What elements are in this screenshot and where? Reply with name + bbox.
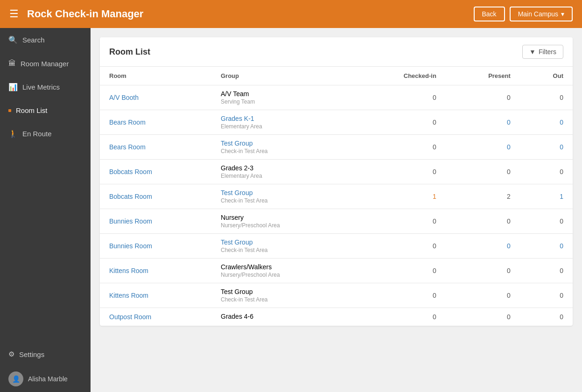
present-value: 0 <box>446 135 520 160</box>
room-name: Bobcats Room <box>109 168 152 175</box>
back-button[interactable]: Back <box>474 7 505 21</box>
filters-button[interactable]: ▼ Filters <box>522 45 563 59</box>
col-checked-in: Checked-in <box>352 67 446 85</box>
sidebar-item-label: En Route <box>22 130 52 138</box>
search-icon: 🔍 <box>8 35 18 44</box>
card-title: Room List <box>109 47 150 57</box>
present-value: 0 <box>446 308 520 326</box>
group-area: Check-in Test Area <box>221 197 343 204</box>
present-value: 0 <box>446 283 520 308</box>
room-name: Bunnies Room <box>109 242 152 250</box>
group-area: Check-in Test Area <box>221 148 343 154</box>
gear-icon: ⚙ <box>8 350 14 358</box>
table-row[interactable]: Bears RoomGrades K-1Elementary Area000 <box>100 110 573 135</box>
out-value: 0 <box>520 160 573 184</box>
sidebar-item-en-route[interactable]: 🚶 En Route <box>0 122 91 146</box>
group-name: Grades K-1 <box>221 115 254 122</box>
settings-label: Settings <box>19 350 44 358</box>
table-row[interactable]: Bunnies RoomTest GroupCheck-in Test Area… <box>100 234 573 259</box>
checked-in-value: 0 <box>352 308 446 326</box>
group-name: Test Group <box>221 189 252 196</box>
group-name: Nursery <box>221 214 244 221</box>
card-header: Room List ▼ Filters <box>100 37 573 67</box>
checked-in-value: 0 <box>352 259 446 283</box>
walking-icon: 🚶 <box>8 129 18 138</box>
checked-in-value: 1 <box>352 184 446 209</box>
room-name: Bunnies Room <box>109 217 152 225</box>
table-row[interactable]: Outpost RoomGrades 4-6000 <box>100 308 573 326</box>
filter-label: Filters <box>539 48 556 56</box>
col-out: Out <box>520 67 573 85</box>
present-value: 0 <box>446 110 520 135</box>
room-name: Bobcats Room <box>109 193 152 200</box>
group-name: Grades 4-6 <box>221 313 253 320</box>
out-value: 0 <box>520 85 573 110</box>
present-value: 0 <box>446 234 520 259</box>
campus-selector[interactable]: Main Campus ▾ <box>510 7 573 21</box>
present-value: 0 <box>446 259 520 283</box>
out-value: 1 <box>520 184 573 209</box>
sidebar-item-label: Search <box>22 36 45 44</box>
room-name: Kittens Room <box>109 292 148 299</box>
present-value: 0 <box>446 209 520 234</box>
group-area: Elementary Area <box>221 173 343 179</box>
col-room: Room <box>100 67 211 85</box>
sidebar-bottom: ⚙ Settings 👤 Alisha Marble <box>0 343 91 392</box>
checked-in-value: 0 <box>352 283 446 308</box>
group-name: Crawlers/Walkers <box>221 263 272 271</box>
sidebar-item-search[interactable]: 🔍 Search <box>0 28 91 52</box>
checked-in-value: 0 <box>352 234 446 259</box>
sidebar-user[interactable]: 👤 Alisha Marble <box>0 366 91 392</box>
table-row[interactable]: Bobcats RoomGrades 2-3Elementary Area000 <box>100 160 573 184</box>
present-value: 2 <box>446 184 520 209</box>
out-value: 0 <box>520 234 573 259</box>
main-layout: 🔍 Search 🏛 Room Manager 📊 Live Metrics R… <box>0 28 582 392</box>
avatar: 👤 <box>8 371 23 386</box>
table-row[interactable]: Bears RoomTest GroupCheck-in Test Area00… <box>100 135 573 160</box>
group-area: Nursery/Preschool Area <box>221 222 343 229</box>
group-area: Nursery/Preschool Area <box>221 272 343 278</box>
present-value: 0 <box>446 85 520 110</box>
table-row[interactable]: Kittens RoomCrawlers/WalkersNursery/Pres… <box>100 259 573 283</box>
room-name: Outpost Room <box>109 313 151 321</box>
room-name: Bears Room <box>109 143 146 151</box>
chart-icon: 📊 <box>8 83 18 91</box>
group-area: Check-in Test Area <box>221 247 343 253</box>
checked-in-value: 0 <box>352 85 446 110</box>
sidebar-item-room-manager[interactable]: 🏛 Room Manager <box>0 52 91 75</box>
out-value: 0 <box>520 308 573 326</box>
table-row[interactable]: Kittens RoomTest GroupCheck-in Test Area… <box>100 283 573 308</box>
sidebar-item-label: Room Manager <box>21 60 69 68</box>
table-row[interactable]: Bunnies RoomNurseryNursery/Preschool Are… <box>100 209 573 234</box>
group-name: Test Group <box>221 288 252 295</box>
group-area: Elementary Area <box>221 123 343 130</box>
room-name: Kittens Room <box>109 267 148 274</box>
col-group: Group <box>211 67 352 85</box>
out-value: 0 <box>520 110 573 135</box>
table-row[interactable]: A/V BoothA/V TeamServing Team000 <box>100 85 573 110</box>
campus-label: Main Campus <box>518 10 558 18</box>
menu-icon[interactable]: ☰ <box>9 8 19 20</box>
present-value: 0 <box>446 160 520 184</box>
building-icon: 🏛 <box>8 59 16 68</box>
room-list-card: Room List ▼ Filters Room Group Checked-i… <box>100 37 573 326</box>
group-name: A/V Team <box>221 90 249 98</box>
user-name: Alisha Marble <box>28 375 68 383</box>
table-header-row: Room Group Checked-in Present Out <box>100 67 573 85</box>
sidebar-item-room-list[interactable]: Room List <box>0 99 91 122</box>
sidebar-item-label: Live Metrics <box>22 83 60 91</box>
checked-in-value: 0 <box>352 135 446 160</box>
main-content: Room List ▼ Filters Room Group Checked-i… <box>91 28 582 392</box>
room-list-table: Room Group Checked-in Present Out A/V Bo… <box>100 67 573 326</box>
checked-in-value: 0 <box>352 209 446 234</box>
table-row[interactable]: Bobcats RoomTest GroupCheck-in Test Area… <box>100 184 573 209</box>
sidebar-item-live-metrics[interactable]: 📊 Live Metrics <box>0 75 91 99</box>
group-name: Test Group <box>221 140 252 147</box>
out-value: 0 <box>520 135 573 160</box>
dropdown-arrow-icon: ▾ <box>561 10 564 18</box>
sidebar-item-settings[interactable]: ⚙ Settings <box>0 343 91 366</box>
filter-icon: ▼ <box>529 48 536 56</box>
out-value: 0 <box>520 283 573 308</box>
room-name: Bears Room <box>109 119 146 126</box>
out-value: 0 <box>520 209 573 234</box>
